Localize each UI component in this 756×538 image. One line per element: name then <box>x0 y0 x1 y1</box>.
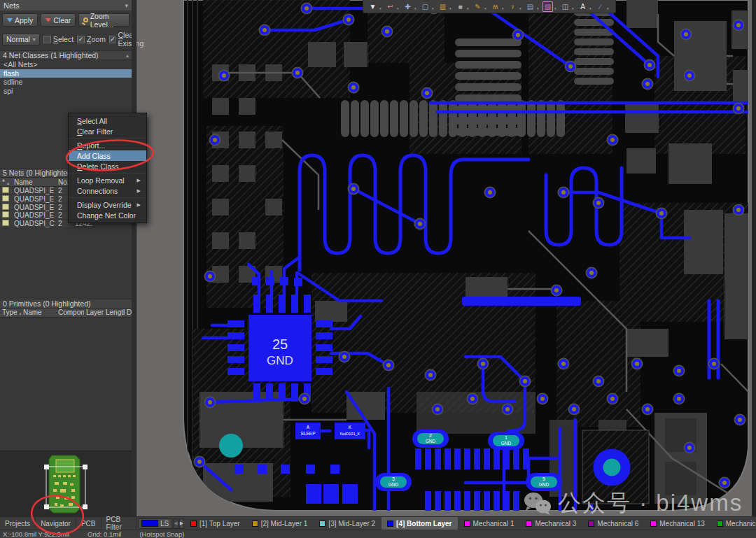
svg-text:GND: GND <box>539 482 550 487</box>
bottom-bar: Projects Navigator PCB PCB Filter LS ◀ ▶… <box>0 516 756 530</box>
svg-text:2: 2 <box>429 433 432 438</box>
primitives-table-header[interactable]: Type ▴ Name Compone... Layer Length (...… <box>0 309 132 318</box>
filter-icon[interactable]: ▼ <box>368 1 378 12</box>
layer-tab-mid-layer-2[interactable]: [3] Mid-Layer 2 <box>314 517 381 530</box>
layer-stack-icon[interactable]: ▤ <box>525 1 536 12</box>
selection-rect-icon[interactable]: ▢ <box>420 1 430 12</box>
menu-item-display-override[interactable]: Display Override▶ <box>69 199 146 210</box>
cross-probe-icon[interactable]: ✚ <box>402 1 413 12</box>
clear-existing-checkbox[interactable]: ✓Clear Existing <box>109 31 145 48</box>
tab-navigator[interactable]: Navigator <box>36 517 76 530</box>
net-color-swatch[interactable] <box>2 187 9 193</box>
menu-item-add-class[interactable]: Add Class <box>69 150 146 161</box>
pcb-canvas: 25 GND <box>136 0 756 516</box>
bulb-icon[interactable]: ♀ <box>507 1 518 12</box>
board-preview-area <box>0 451 132 516</box>
gnd-pad-2: 2 GND <box>412 430 449 448</box>
menu-item-clear-filter[interactable]: Clear Filter <box>69 126 146 136</box>
zoom-level-button[interactable]: Zoom Level... <box>78 13 130 27</box>
funnel-clear-icon <box>46 18 51 22</box>
chevron-down-icon[interactable]: ▾ <box>125 2 128 9</box>
net-color-swatch[interactable] <box>2 204 9 210</box>
net-color-swatch[interactable] <box>2 195 9 201</box>
layer-tab-top-layer[interactable]: [1] Top Layer <box>185 517 246 530</box>
status-bar: X:-100.8mil Y:922.5mil Grid: 0.1mil (Hot… <box>0 530 756 538</box>
chip-net-label: GND <box>267 354 293 367</box>
tab-pcb[interactable]: PCB <box>76 517 102 530</box>
net-color-swatch[interactable] <box>2 220 9 226</box>
layer-tab-mechanical-6[interactable]: Mechanical 6 <box>582 517 644 530</box>
panel-header[interactable]: Nets ▾ <box>0 0 132 10</box>
primitives-header[interactable]: 0 Primitives (0 Highlighted) <box>0 299 132 309</box>
gnd-pad-1: 1 GND <box>488 432 524 450</box>
grid-setting: Grid: 0.1mil <box>88 530 122 538</box>
tab-pcb-filter[interactable]: PCB Filter <box>102 517 137 530</box>
layer-sets-button[interactable]: LS <box>138 518 172 529</box>
polyline-icon[interactable]: ʍ <box>490 1 500 12</box>
funnel-icon <box>7 18 13 22</box>
net-classes-header[interactable]: 4 Net Classes (1 Highlighted)▴ <box>0 50 132 60</box>
svg-text:K: K <box>349 425 352 430</box>
undo-arc-icon[interactable]: ↩ <box>385 1 396 12</box>
net-class-item[interactable]: spi <box>0 87 132 96</box>
text-string-icon[interactable]: A <box>578 1 588 12</box>
mode-dropdown[interactable]: Normal▾ <box>2 34 40 45</box>
route-edit-icon[interactable]: ✎ <box>472 1 483 12</box>
pcb-floating-toolbar: ▼▾ ↩▾ ✚▾ ▢▾ ▥▾ ■▾ ✎▾ ʍ▾ ♀▾ ▤▾ ▨▾ ◫▾ A▾ ∕… <box>363 0 616 13</box>
submenu-arrow-icon: ▶ <box>137 202 141 208</box>
interactive-routing-icon[interactable]: ▨ <box>542 1 553 12</box>
snap-mode: (Hotspot Snap) <box>139 530 184 538</box>
line-icon[interactable]: ∕ <box>595 1 606 12</box>
mounting-hole <box>582 430 649 504</box>
menu-separator <box>69 173 146 174</box>
layer-tab-bottom-layer[interactable]: [4] Bottom Layer <box>382 517 457 530</box>
nets-panel: Nets ▾ Apply Clear Zoom Level... Normal▾… <box>0 0 132 516</box>
zoom-checkbox[interactable]: ✓Zoom <box>77 35 106 43</box>
layer-tab-mechanical-15[interactable]: Mechanical 15 <box>711 517 756 530</box>
pcb-design-view[interactable]: 25 GND <box>136 0 756 516</box>
altium-pcb-editor: { "ui": {"check": "✓", "caret_down": "▾"… <box>0 0 756 538</box>
layer-tab-mechanical-13[interactable]: Mechanical 13 <box>645 517 710 530</box>
layer-tab-mechanical-1[interactable]: Mechanical 1 <box>458 517 520 530</box>
net-class-item[interactable]: <All Nets> <box>0 60 132 69</box>
tab-projects[interactable]: Projects <box>0 517 36 530</box>
drill-hole <box>219 434 243 458</box>
scroll-layers-left-button[interactable]: ◀ <box>173 518 178 529</box>
panel-title: Nets <box>4 1 20 10</box>
layer-tab-mid-layer-1[interactable]: [2] Mid-Layer 1 <box>246 517 314 530</box>
scroll-layers-right-button[interactable]: ▶ <box>179 518 184 529</box>
polygon-pour-icon[interactable]: ■ <box>455 1 465 12</box>
layer-tab-mechanical-3[interactable]: Mechanical 3 <box>520 517 582 530</box>
select-checkbox[interactable]: Select <box>43 35 74 43</box>
submenu-arrow-icon: ▶ <box>137 178 141 183</box>
svg-text:GND: GND <box>426 439 436 444</box>
menu-item-loop-removal[interactable]: Loop Removal▶ <box>69 175 146 185</box>
column-chart-icon[interactable]: ▥ <box>438 1 448 12</box>
net-class-item-selected[interactable]: flash <box>0 69 132 78</box>
net-label-netd101k: K NetD101_K <box>335 423 365 439</box>
apply-button[interactable]: Apply <box>2 13 38 27</box>
gnd-pad-5: 5 GND <box>526 473 562 491</box>
chevron-down-icon: ▾ <box>33 36 36 43</box>
cursor-coordinates: X:-100.8mil Y:922.5mil <box>3 530 69 538</box>
net-class-item[interactable]: sdline <box>0 78 132 87</box>
menu-item-report[interactable]: Report... <box>69 140 146 150</box>
menu-item-select-all[interactable]: Select All <box>69 115 146 126</box>
panel-splitter[interactable] <box>132 0 136 516</box>
gnd-pad-3: 3 GND <box>375 473 412 491</box>
net-color-swatch[interactable] <box>2 211 9 218</box>
mode-row: Normal▾ Select ✓Zoom ✓Clear Existing <box>0 29 132 50</box>
svg-text:NetD101_K: NetD101_K <box>340 432 360 436</box>
board-thumbnail[interactable] <box>39 453 92 516</box>
magnifier-icon <box>83 17 88 22</box>
via-icon[interactable]: ◫ <box>560 1 570 12</box>
clear-button[interactable]: Clear <box>41 13 76 27</box>
menu-item-delete-class[interactable]: Delete Class <box>69 161 146 171</box>
layer-tab-bar: LS ◀ ▶ [1] Top Layer [2] Mid-Layer 1 [3]… <box>136 517 756 530</box>
collapse-icon[interactable]: ▴ <box>126 52 129 59</box>
menu-item-change-net-color[interactable]: Change Net Color <box>69 210 146 220</box>
workspace-panel-tabs: Projects Navigator PCB PCB Filter <box>0 517 136 530</box>
sort-icon: ▴ <box>7 180 10 185</box>
panel-toolbar: Apply Clear Zoom Level... <box>0 10 132 29</box>
menu-item-connections[interactable]: Connections▶ <box>69 185 146 196</box>
